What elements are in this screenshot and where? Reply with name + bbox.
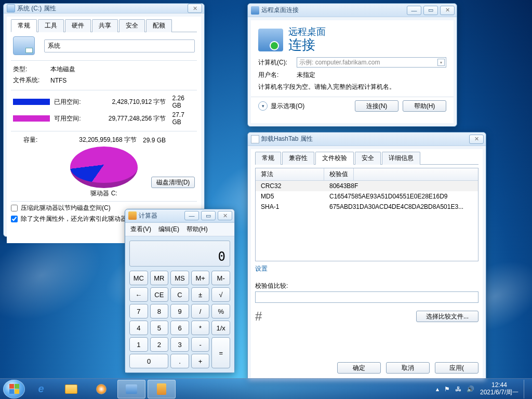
minimize-button[interactable]: — [184,211,199,220]
key-add[interactable]: + [191,354,210,368]
menu-edit[interactable]: 编辑(E) [156,224,181,235]
taskbar-ie[interactable]: e [27,380,55,398]
window-title: 远程桌面连接 [261,6,405,15]
tab-sharing[interactable]: 共享 [92,19,118,32]
taskbar-rdp[interactable] [117,380,145,398]
hash-list[interactable]: 算法 校验值 CRC3280643B8F MD5C16547585AE93A51… [255,168,478,261]
tab-quota[interactable]: 配额 [146,19,172,32]
show-options-label[interactable]: 显示选项(O) [271,102,304,111]
menu-view[interactable]: 查看(V) [128,224,153,235]
menu-bar: 查看(V) 编辑(E) 帮助(H) [125,223,234,236]
hash-row[interactable]: SHA-1675ABD31DA30ACD4DE4C8DA2BD8A501E3..… [256,202,478,212]
tab-details[interactable]: 详细信息 [382,152,420,165]
apply-button[interactable]: 应用( [435,362,478,374]
help-button[interactable]: 帮助(H) [403,100,446,112]
capacity-size: 29.9 GB [143,137,166,144]
chevron-down-icon[interactable]: ▾ [437,59,445,66]
key-4[interactable]: 4 [129,321,148,335]
titlebar[interactable]: 远程桌面连接 — ▭ ✕ [248,4,457,17]
key-mr[interactable]: MR [150,271,169,285]
start-button[interactable] [3,380,25,398]
close-button[interactable]: ✕ [440,6,455,15]
disk-cleanup-button[interactable]: 磁盘清理(D) [151,177,195,188]
tabs: 常规 工具 硬件 共享 安全 配额 [11,19,197,32]
maximize-button[interactable]: ▭ [423,6,438,15]
tab-compat[interactable]: 兼容性 [282,152,314,165]
drive-big-icon [13,36,35,55]
key-inv[interactable]: 1/x [211,321,230,335]
drive-properties-window: 系统 (C:) 属性 ✕ 常规 工具 硬件 共享 安全 配额 系统 类型:本地磁… [3,3,205,237]
network-icon[interactable]: 🖧 [455,385,461,393]
titlebar[interactable]: 计算器 — ▭ ✕ [125,209,234,222]
settings-link[interactable]: 设置 [255,264,478,273]
taskbar: e ▴ ⚑ 🖧 🔊 12:44 2021/6/7/周一 [0,378,532,399]
key-2[interactable]: 2 [150,337,169,352]
hash-row[interactable]: MD5C16547585AE93A51D04551E0E28E16D9 [256,191,478,202]
tab-security[interactable]: 安全 [119,19,145,32]
key-mc[interactable]: MC [129,271,148,285]
connect-button[interactable]: 连接(N) [355,100,398,112]
key-neg[interactable]: ± [191,287,210,302]
key-ms[interactable]: MS [170,271,189,285]
key-mminus[interactable]: M- [211,271,230,285]
key-mplus[interactable]: M+ [191,271,210,285]
col-value[interactable]: 校验值 [324,168,354,180]
maximize-button[interactable]: ▭ [201,211,216,220]
key-pct[interactable]: % [211,304,230,318]
tray-overflow-icon[interactable]: ▴ [436,385,439,393]
tab-general[interactable]: 常规 [255,152,281,165]
key-div[interactable]: / [191,304,210,318]
tab-hashes[interactable]: 文件校验 [315,152,354,165]
tab-tools[interactable]: 工具 [38,19,64,32]
hash-row[interactable]: CRC3280643B8F [256,181,478,191]
minimize-button[interactable]: — [407,6,421,15]
clock[interactable]: 12:44 2021/6/7/周一 [480,382,518,395]
compress-checkbox[interactable] [11,205,18,211]
menu-help[interactable]: 帮助(H) [184,224,210,235]
key-dot[interactable]: . [170,354,189,368]
close-button[interactable]: ✕ [469,135,484,144]
key-0[interactable]: 0 [129,354,168,368]
action-center-icon[interactable]: ⚑ [444,385,450,393]
tab-security[interactable]: 安全 [355,152,381,165]
key-6[interactable]: 6 [170,321,189,335]
cancel-button[interactable]: 取消 [386,362,430,374]
computer-combobox[interactable]: 示例: computer.fabrikam.com ▾ [297,57,446,68]
col-algorithm[interactable]: 算法 [256,168,324,180]
options-expander[interactable]: ▾ [258,101,268,111]
key-9[interactable]: 9 [170,304,189,318]
titlebar[interactable]: 卸载HashTab 属性 ✕ [248,132,486,146]
key-sqrt[interactable]: √ [211,287,230,302]
titlebar[interactable]: 系统 (C:) 属性 ✕ [4,4,204,14]
drive-icon [7,4,15,12]
tab-hardware[interactable]: 硬件 [65,19,91,32]
key-8[interactable]: 8 [150,304,169,318]
tab-general[interactable]: 常规 [11,19,37,32]
hashtab-properties-window: 卸载HashTab 属性 ✕ 常规 兼容性 文件校验 安全 详细信息 算法 校验… [247,132,486,381]
volume-label-input[interactable]: 系统 [44,39,195,52]
choose-file-button[interactable]: 选择比较文件... [416,311,478,322]
taskbar-media-player[interactable] [87,380,115,398]
key-mul[interactable]: * [191,321,210,335]
key-7[interactable]: 7 [129,304,148,318]
taskbar-explorer[interactable] [57,380,85,398]
show-desktop-button[interactable] [524,380,529,398]
key-back[interactable]: ← [129,287,148,302]
key-c[interactable]: C [170,287,189,302]
calculator-icon [128,211,137,220]
index-checkbox[interactable] [11,216,18,222]
folder-icon [65,384,77,394]
close-button[interactable]: ✕ [188,4,202,13]
ok-button[interactable]: 确定 [337,362,381,374]
close-button[interactable]: ✕ [218,211,232,220]
volume-icon[interactable]: 🔊 [467,385,474,393]
key-ce[interactable]: CE [150,287,169,302]
taskbar-calculator[interactable] [148,380,176,398]
compare-input[interactable] [255,291,478,303]
key-3[interactable]: 3 [170,337,189,352]
key-eq[interactable]: = [211,337,230,368]
tabs: 常规 兼容性 文件校验 安全 详细信息 [255,151,478,165]
key-sub[interactable]: - [191,337,210,352]
key-1[interactable]: 1 [129,337,148,352]
key-5[interactable]: 5 [150,321,169,335]
